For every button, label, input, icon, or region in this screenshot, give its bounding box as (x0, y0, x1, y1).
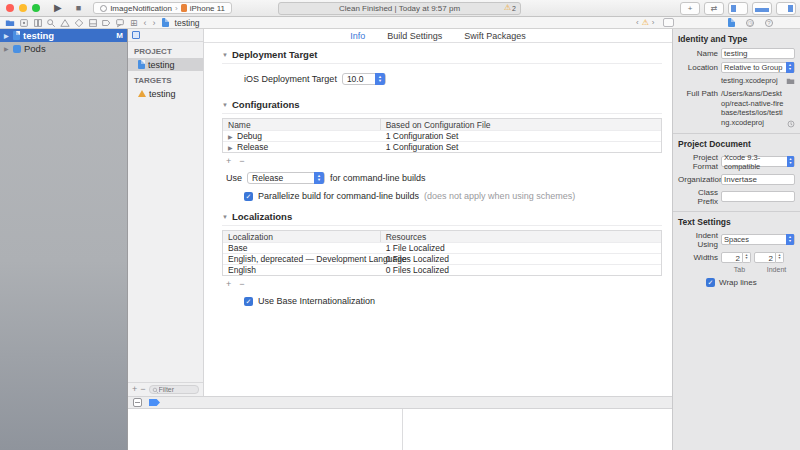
navigator-tab-strip (3, 17, 127, 28)
disclosure-triangle-icon[interactable]: ▶ (228, 133, 234, 140)
zoom-button[interactable] (32, 4, 40, 12)
tab-info[interactable]: Info (350, 31, 365, 41)
forward-button[interactable]: › (153, 18, 156, 28)
project-format-value: Xcode 9.3-compatible (724, 153, 787, 171)
checkbox-checked-icon[interactable]: ✓ (706, 278, 715, 287)
text-settings-section-title: Text Settings (678, 217, 795, 227)
library-button[interactable]: + (680, 2, 700, 15)
code-review-button[interactable]: ⇄ (704, 2, 724, 15)
filter-input[interactable] (159, 386, 196, 393)
issue-navigator-icon[interactable] (60, 18, 70, 28)
indent-width-stepper[interactable]: 2 ▲▼ (754, 252, 784, 263)
quick-help-inspector-icon[interactable]: ? (765, 19, 773, 27)
checkbox-checked-icon[interactable]: ✓ (244, 297, 253, 306)
section-configurations[interactable]: ▼ Configurations (222, 95, 662, 114)
use-label: Use (226, 173, 242, 183)
test-navigator-icon[interactable] (74, 18, 84, 28)
command-line-config-select[interactable]: Release ▲▼ (247, 172, 325, 184)
previous-issue-button[interactable]: ‹ (636, 18, 639, 27)
deployment-target-select[interactable]: 10.0 ▲▼ (342, 73, 386, 85)
stepper-arrows-icon[interactable]: ▲▼ (776, 252, 784, 263)
table-row[interactable]: English 0 Files Localized (223, 264, 661, 275)
indent-using-select[interactable]: Spaces ▲▼ (721, 234, 795, 245)
table-row[interactable]: ▶Release 1 Configuration Set (223, 141, 661, 152)
symbol-navigator-icon[interactable] (33, 18, 43, 28)
filter-field[interactable] (149, 385, 199, 394)
tab-width-stepper[interactable]: 2 ▲▼ (721, 252, 751, 263)
toggle-debug-area-button[interactable] (752, 2, 772, 15)
column-header: Resources (381, 232, 661, 242)
location-select[interactable]: Relative to Group ▲▼ (721, 62, 795, 73)
checkbox-checked-icon[interactable]: ✓ (244, 192, 253, 201)
tab-overview-icon[interactable]: ⊞ (130, 18, 138, 28)
disclosure-triangle-icon[interactable]: ▼ (222, 102, 228, 108)
disclosure-triangle-icon[interactable]: ▼ (222, 52, 228, 58)
jump-bar-file[interactable]: testing (175, 18, 200, 28)
run-button[interactable]: ▶ (54, 3, 62, 13)
disclosure-triangle-icon[interactable]: ▶ (4, 32, 10, 39)
identity-section-title: Identity and Type (678, 34, 795, 44)
breakpoints-toggle-icon[interactable] (149, 399, 160, 406)
add-localization-button[interactable]: + (226, 280, 231, 289)
xcode-window: ▶ ■ ImageNotification › iPhone 11 Clean … (0, 0, 800, 450)
remove-target-button[interactable]: − (140, 385, 145, 394)
debug-navigator-icon[interactable] (88, 18, 98, 28)
close-button[interactable] (6, 4, 14, 12)
source-control-navigator-icon[interactable] (19, 18, 29, 28)
section-title: Configurations (232, 99, 300, 110)
warning-badge[interactable]: ⚠ 2 (504, 4, 516, 12)
minimize-button[interactable] (19, 4, 27, 12)
breakpoint-navigator-icon[interactable] (101, 18, 111, 28)
stepper-arrows-icon[interactable]: ▲▼ (743, 252, 751, 263)
back-button[interactable]: ‹ (144, 18, 147, 28)
location-value: Relative to Group (724, 63, 782, 72)
location-row: Location Relative to Group ▲▼ (678, 62, 795, 73)
disclosure-triangle-icon[interactable]: ▼ (222, 214, 228, 220)
command-line-builds-row: Use Release ▲▼ for command-line builds (226, 172, 662, 184)
stop-button[interactable]: ■ (76, 4, 81, 13)
sidebar-item-target-testing[interactable]: testing (128, 87, 203, 100)
remove-localization-button[interactable]: − (239, 280, 244, 289)
hide-debug-area-icon[interactable] (133, 398, 142, 407)
organization-field[interactable]: Invertase (721, 174, 795, 185)
sidebar-item-project-testing[interactable]: testing (128, 58, 203, 71)
disclosure-triangle-icon[interactable]: ▶ (228, 144, 234, 151)
remove-configuration-button[interactable]: − (239, 157, 244, 166)
navigator-item-pods[interactable]: ▶ Pods (0, 42, 127, 55)
project-format-select[interactable]: Xcode 9.3-compatible ▲▼ (721, 156, 795, 167)
indent-width-value[interactable]: 2 (754, 252, 776, 263)
report-navigator-icon[interactable] (115, 18, 125, 28)
project-navigator: ▶ testing M ▶ Pods (0, 29, 128, 450)
tab-build-settings[interactable]: Build Settings (387, 31, 442, 41)
jump-bar: ⊞ ‹ › testing (130, 17, 200, 28)
toggle-navigator-button[interactable] (728, 2, 748, 15)
toggle-inspector-button[interactable] (776, 2, 796, 15)
file-inspector-icon[interactable] (728, 18, 735, 27)
table-row[interactable]: ▶Debug 1 Configuration Set (223, 130, 661, 141)
table-row[interactable]: English, deprecated — Development Langua… (223, 253, 661, 264)
find-navigator-icon[interactable] (46, 18, 56, 28)
tab-swift-packages[interactable]: Swift Packages (464, 31, 526, 41)
editor-options-button[interactable] (663, 18, 674, 27)
tab-width-value[interactable]: 2 (721, 252, 743, 263)
section-deployment-target[interactable]: ▼ Deployment Target (222, 45, 662, 64)
class-prefix-field[interactable] (721, 191, 795, 202)
sidebar-item-label: testing (149, 89, 176, 99)
section-localizations[interactable]: ▼ Localizations (222, 207, 662, 226)
reveal-arrow-icon[interactable] (787, 120, 795, 128)
navigator-item-testing[interactable]: ▶ testing M (0, 29, 127, 42)
disclosure-triangle-icon[interactable]: ▶ (4, 45, 10, 52)
add-configuration-button[interactable]: + (226, 157, 231, 166)
scheme-selector[interactable]: ImageNotification › iPhone 11 (93, 2, 232, 14)
name-field[interactable]: testing (721, 48, 795, 59)
history-inspector-icon[interactable]: ◷ (746, 19, 754, 27)
add-target-button[interactable]: + (132, 385, 137, 394)
sidebar-filter-bar: + − (128, 382, 203, 396)
project-navigator-icon[interactable] (5, 18, 15, 28)
device-name: iPhone 11 (190, 4, 225, 13)
console-divider[interactable] (402, 409, 403, 450)
table-row[interactable]: Base 1 File Localized (223, 242, 661, 253)
folder-icon[interactable] (786, 77, 795, 85)
next-issue-button[interactable]: › (652, 18, 655, 27)
sidebar-toggle-icon[interactable] (132, 31, 140, 39)
